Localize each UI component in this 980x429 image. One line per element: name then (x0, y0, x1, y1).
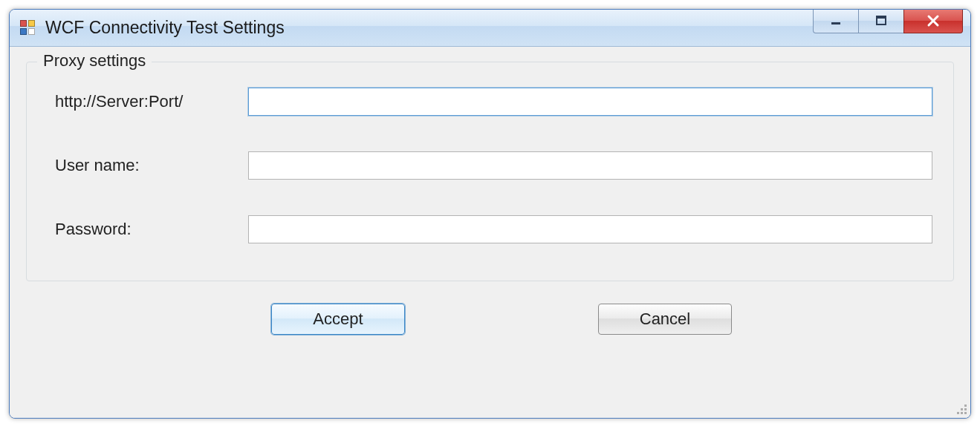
cancel-button[interactable]: Cancel (598, 304, 732, 335)
close-icon (926, 13, 941, 28)
maximize-button[interactable] (858, 10, 904, 33)
username-input[interactable] (248, 151, 932, 180)
proxy-settings-group: Proxy settings http://Server:Port/ User … (26, 62, 954, 281)
username-row: User name: (55, 151, 932, 180)
server-label: http://Server:Port/ (55, 92, 248, 111)
minimize-icon (829, 14, 843, 27)
password-label: Password: (55, 220, 248, 239)
app-icon (20, 20, 36, 36)
server-input[interactable] (248, 88, 932, 116)
password-row: Password: (55, 215, 932, 243)
close-button[interactable] (903, 10, 963, 33)
dialog-window: WCF Connectivity Test Settings (9, 9, 971, 419)
groupbox-legend: Proxy settings (37, 51, 152, 71)
svg-rect-2 (877, 16, 886, 19)
client-area: Proxy settings http://Server:Port/ User … (10, 47, 970, 418)
window-controls (814, 10, 963, 33)
titlebar[interactable]: WCF Connectivity Test Settings (10, 10, 970, 47)
maximize-icon (874, 14, 888, 27)
server-row: http://Server:Port/ (55, 88, 932, 116)
accept-button[interactable]: Accept (271, 304, 405, 335)
minimize-button[interactable] (813, 10, 859, 33)
username-label: User name: (55, 156, 248, 175)
accept-button-label: Accept (313, 310, 363, 329)
password-input[interactable] (248, 215, 932, 243)
dialog-buttons: Accept Cancel (26, 304, 954, 335)
resize-grip[interactable] (954, 402, 967, 415)
svg-rect-0 (831, 22, 840, 24)
cancel-button-label: Cancel (640, 310, 690, 329)
window-title: WCF Connectivity Test Settings (45, 18, 814, 38)
